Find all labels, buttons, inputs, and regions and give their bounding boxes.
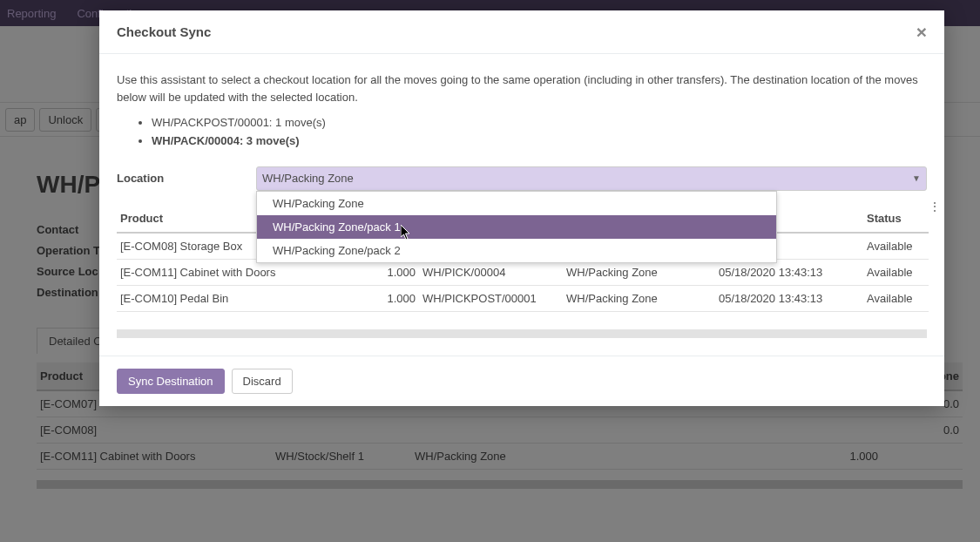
cell-status: Available — [863, 233, 929, 260]
cell-product: [E-COM10] Pedal Bin — [117, 285, 371, 311]
location-label: Location — [117, 172, 249, 185]
location-option[interactable]: WH/Packing Zone/pack 1 — [257, 215, 776, 239]
modal-bullet: WH/PACKPOST/00001: 1 move(s) — [152, 114, 927, 132]
modal-bullet: WH/PACK/00004: 3 move(s) — [152, 132, 927, 151]
cell-product: [E-COM11] Cabinet with Doors — [117, 259, 371, 285]
kebab-icon[interactable]: ⋮ — [929, 200, 941, 213]
cell-qty: 1.000 — [371, 259, 419, 285]
cell-date: 05/18/2020 13:43:13 — [715, 285, 863, 311]
cell-to: WH/Packing Zone — [563, 259, 715, 285]
close-icon[interactable]: × — [916, 23, 927, 41]
discard-button[interactable]: Discard — [232, 369, 293, 394]
cell-status: Available — [863, 259, 929, 285]
th-status: Status — [863, 205, 929, 233]
table-row[interactable]: [E-COM11] Cabinet with Doors1.000WH/PICK… — [117, 259, 929, 285]
cell-date: 05/18/2020 13:43:13 — [715, 259, 863, 285]
modal-move-list: WH/PACKPOST/00001: 1 move(s)WH/PACK/0000… — [117, 114, 927, 151]
location-input[interactable] — [262, 172, 909, 185]
location-dropdown: WH/Packing ZoneWH/Packing Zone/pack 1WH/… — [256, 191, 777, 263]
sync-destination-button[interactable]: Sync Destination — [117, 369, 225, 394]
modal-horizontal-scrollbar[interactable] — [117, 329, 927, 338]
table-row[interactable]: [E-COM10] Pedal Bin1.000WH/PICKPOST/0000… — [117, 285, 929, 311]
modal-title: Checkout Sync — [117, 24, 211, 39]
location-option[interactable]: WH/Packing Zone/pack 2 — [257, 239, 776, 262]
modal-intro-text: Use this assistant to select a checkout … — [117, 71, 927, 105]
checkout-sync-modal: Checkout Sync × Use this assistant to se… — [99, 10, 944, 406]
cell-to: WH/Packing Zone — [563, 285, 715, 311]
location-option[interactable]: WH/Packing Zone — [257, 192, 776, 215]
cell-status: Available — [863, 285, 929, 311]
cell-from: WH/PICKPOST/00001 — [419, 285, 563, 311]
chevron-down-icon[interactable]: ▼ — [912, 173, 921, 183]
cell-qty: 1.000 — [371, 285, 419, 311]
cell-from: WH/PICK/00004 — [419, 259, 563, 285]
location-select[interactable]: ▼ WH/Packing ZoneWH/Packing Zone/pack 1W… — [256, 166, 927, 191]
